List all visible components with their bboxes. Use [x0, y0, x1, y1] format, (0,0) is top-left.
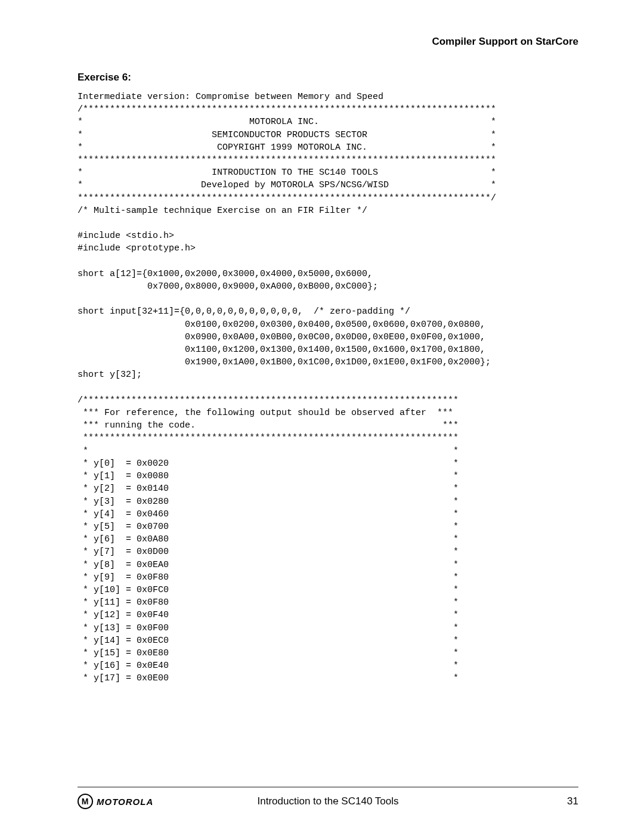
code-listing: Intermediate version: Compromise between…	[78, 91, 578, 685]
document-page: Compiler Support on StarCore Exercise 6:…	[0, 0, 644, 833]
footer-rule	[78, 786, 578, 788]
page-footer: M MOTOROLA Introduction to the SC140 Too…	[78, 786, 578, 809]
exercise-heading: Exercise 6:	[78, 72, 578, 83]
footer-title: Introduction to the SC140 Tools	[78, 795, 578, 807]
section-header: Compiler Support on StarCore	[78, 36, 578, 48]
